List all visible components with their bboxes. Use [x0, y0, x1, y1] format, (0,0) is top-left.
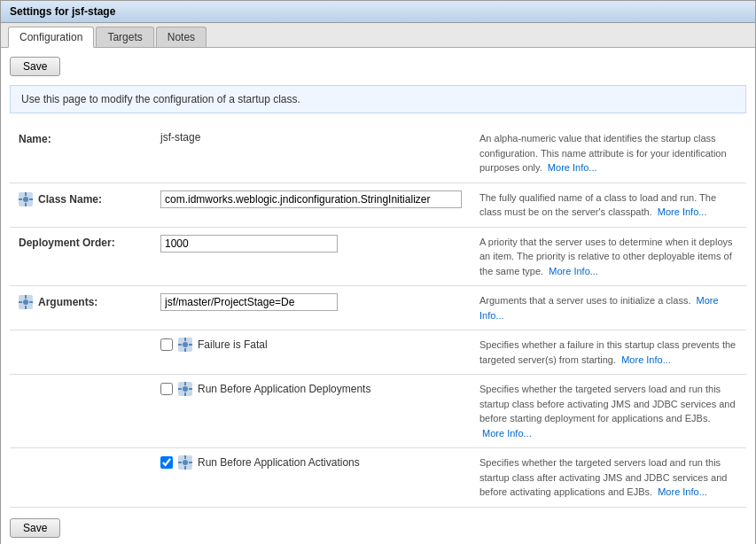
failure-fatal-checkbox-row: Failure is Fatal — [160, 338, 462, 352]
run-before-activations-checkbox[interactable] — [160, 456, 173, 469]
failure-fatal-label: Failure is Fatal — [198, 338, 268, 351]
run-before-activations-label: Run Before Application Activations — [198, 456, 360, 469]
run-before-activations-field: Run Before Application Activations — [152, 448, 471, 508]
deployment-order-field — [152, 227, 471, 286]
arguments-field — [152, 286, 471, 330]
svg-rect-11 — [29, 301, 33, 303]
svg-rect-29 — [189, 462, 192, 463]
deployment-order-label: Deployment Order: — [10, 227, 152, 286]
run-before-activations-help: Specifies whether the targeted servers l… — [471, 448, 746, 508]
class-name-more-info[interactable]: More Info... — [658, 206, 707, 217]
svg-point-25 — [183, 460, 188, 465]
failure-fatal-help: Specifies whether a failure in this star… — [471, 330, 746, 375]
settings-window: Settings for jsf-stage Configuration Tar… — [0, 0, 756, 544]
svg-rect-27 — [184, 466, 186, 470]
run-before-activations-label-cell — [10, 448, 152, 508]
failure-fatal-label-cell — [10, 330, 152, 375]
run-before-deployments-checkbox[interactable] — [160, 383, 173, 395]
svg-point-7 — [23, 299, 28, 305]
class-name-help: The fully qualified name of a class to l… — [471, 183, 746, 227]
run-before-deployments-checkbox-row: Run Before Application Deployments — [160, 382, 462, 396]
svg-point-13 — [183, 342, 188, 347]
arguments-help: Arguments that a server uses to initiali… — [471, 286, 746, 330]
svg-rect-22 — [178, 388, 182, 390]
save-button-bottom[interactable]: Save — [10, 518, 60, 538]
tab-bar: Configuration Targets Notes — [1, 23, 755, 48]
failure-fatal-row: Failure is Fatal Specifies whether a fai… — [10, 330, 746, 375]
failure-fatal-checkbox[interactable] — [160, 338, 173, 351]
run-before-deployments-label-cell — [10, 375, 152, 448]
failure-fatal-icon — [178, 338, 192, 352]
svg-rect-4 — [19, 198, 22, 200]
top-save-bar: Save — [10, 57, 746, 76]
window-title: Settings for jsf-stage — [10, 5, 115, 18]
deployment-order-more-info[interactable]: More Info... — [549, 266, 598, 276]
name-value: jsf-stage — [152, 124, 471, 183]
run-before-deployments-label: Run Before Application Deployments — [198, 383, 370, 395]
svg-rect-8 — [25, 295, 27, 299]
failure-fatal-field: Failure is Fatal — [152, 330, 471, 375]
svg-rect-14 — [184, 338, 186, 341]
run-before-deployments-help: Specifies whether the targeted servers l… — [471, 375, 746, 448]
deployment-order-row: Deployment Order: A priority that the se… — [10, 227, 746, 286]
svg-rect-3 — [25, 203, 27, 206]
run-before-deployments-field: Run Before Application Deployments — [152, 375, 471, 448]
svg-rect-28 — [178, 462, 182, 463]
arguments-row: Arguments: Arguments that a server uses … — [10, 286, 746, 330]
tab-notes[interactable]: Notes — [156, 27, 207, 47]
svg-rect-20 — [184, 382, 186, 385]
tab-targets[interactable]: Targets — [96, 27, 153, 47]
svg-point-19 — [183, 386, 188, 392]
config-form: Name: jsf-stage An alpha-numeric value t… — [10, 124, 746, 508]
deployment-order-input[interactable] — [160, 235, 338, 253]
name-help: An alpha-numeric value that identifies t… — [471, 124, 746, 183]
run-before-deployments-more-info[interactable]: More Info... — [482, 428, 532, 439]
svg-rect-10 — [19, 301, 22, 303]
svg-rect-23 — [189, 388, 192, 390]
class-name-field — [152, 183, 471, 227]
run-before-activations-row: Run Before Application Activations Speci… — [10, 448, 746, 508]
main-content: Save Use this page to modify the configu… — [1, 48, 755, 544]
run-before-activations-more-info[interactable]: More Info... — [658, 486, 707, 497]
run-before-activations-checkbox-row: Run Before Application Activations — [160, 455, 462, 470]
svg-rect-26 — [184, 455, 186, 459]
class-name-label: Class Name: — [10, 183, 152, 227]
run-before-deployments-icon — [178, 382, 192, 396]
svg-rect-21 — [184, 392, 186, 396]
page-description: Use this page to modify the configuratio… — [10, 85, 746, 113]
arguments-label: Arguments: — [10, 286, 152, 330]
run-before-deployments-row: Run Before Application Deployments Speci… — [10, 375, 746, 448]
svg-rect-17 — [189, 344, 192, 346]
svg-rect-16 — [178, 344, 182, 346]
title-bar: Settings for jsf-stage — [1, 1, 755, 23]
svg-point-1 — [23, 197, 28, 202]
name-label: Name: — [10, 124, 152, 183]
save-button-top[interactable]: Save — [10, 57, 60, 76]
tab-configuration[interactable]: Configuration — [8, 27, 94, 48]
svg-rect-5 — [29, 198, 33, 200]
arguments-icon — [19, 295, 33, 309]
run-before-activations-icon — [178, 455, 192, 470]
svg-rect-2 — [25, 192, 27, 196]
failure-fatal-more-info[interactable]: More Info... — [621, 354, 671, 365]
deployment-order-help: A priority that the server uses to deter… — [471, 227, 746, 286]
name-row: Name: jsf-stage An alpha-numeric value t… — [10, 124, 746, 183]
svg-rect-15 — [184, 348, 186, 352]
svg-rect-9 — [25, 306, 27, 309]
class-name-row: Class Name: The fully qualified name of … — [10, 183, 746, 227]
name-more-info[interactable]: More Info... — [548, 162, 597, 173]
arguments-input[interactable] — [160, 293, 338, 311]
class-name-icon — [19, 192, 33, 206]
class-name-input[interactable] — [160, 190, 462, 208]
bottom-save-bar: Save — [10, 518, 746, 538]
